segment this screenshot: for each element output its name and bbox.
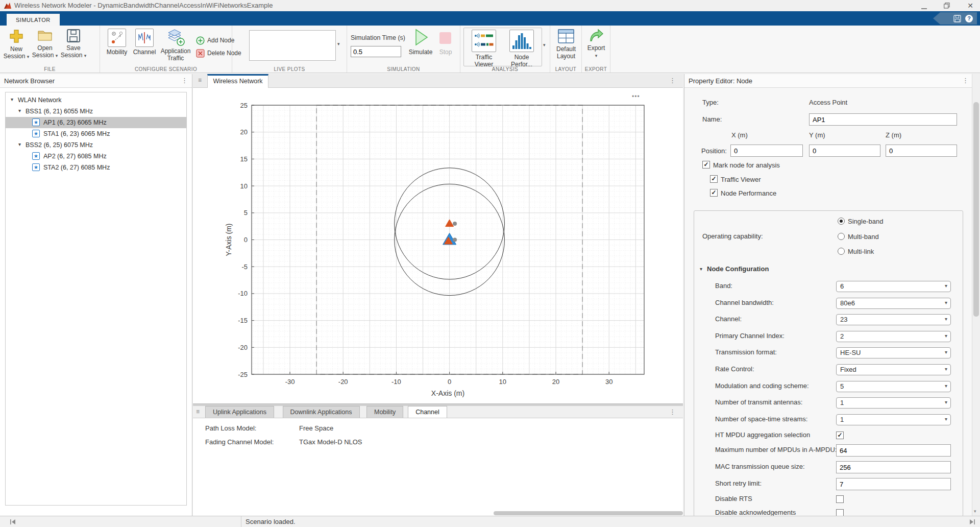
checkbox-traffic-viewer[interactable] [710, 175, 718, 183]
status-bar: Scenario loaded. [0, 516, 980, 527]
minimize-button[interactable] [915, 0, 933, 11]
checkbox-label: Node Performance [721, 189, 776, 197]
svg-text:-30: -30 [285, 378, 295, 386]
plot-options-icon[interactable] [632, 93, 640, 100]
mobility-button[interactable]: Mobility [103, 28, 131, 56]
tab-mobility[interactable]: Mobility [366, 406, 403, 418]
checkbox-ht-mpdu-aggregation-selection[interactable] [836, 432, 844, 439]
bottom-panel-menu-icon[interactable] [669, 408, 676, 416]
tab-channel[interactable]: Channel [408, 406, 447, 418]
dropdown-primary-channel-index[interactable]: 2 [836, 331, 951, 342]
section-collapse-icon[interactable] [700, 266, 702, 272]
group-label-configure: CONFIGURE SCENARIO [100, 66, 232, 72]
tree-item-label: AP2 (6, 27) 6085 MHz [43, 153, 107, 160]
checkbox-disable-rts[interactable] [836, 495, 844, 503]
wireless-network-modeler-window: Wireless Network Modeler - DynamicBandwi… [0, 0, 980, 527]
name-input[interactable] [809, 113, 957, 126]
group-label-file: FILE [0, 66, 100, 72]
group-simulation: Simulation Time (s) Simulate Stop SIMULA… [347, 26, 460, 73]
tree-node-6[interactable]: STA2 (6, 27) 6085 MHz [6, 162, 186, 173]
dropdown-transmission-format[interactable]: HE-SU [836, 347, 951, 358]
svg-text:20: 20 [240, 128, 248, 136]
tree-node-5[interactable]: AP2 (6, 27) 6085 MHz [6, 151, 186, 162]
application-traffic-icon [166, 29, 185, 46]
export-button[interactable]: Export [584, 28, 608, 59]
add-node-button[interactable]: Add Node [196, 35, 234, 45]
save-session-button[interactable]: SaveSession [60, 28, 87, 59]
sta2-marker[interactable] [453, 222, 457, 226]
new-session-button[interactable]: NewSession [3, 28, 30, 60]
checkbox-disable-acknowledgements[interactable] [836, 509, 844, 516]
scrollbar-down-arrow[interactable] [974, 509, 976, 514]
network-plot[interactable]: -30-20-100102030-25-20-15-10-50510152025… [193, 88, 683, 403]
application-traffic-button[interactable]: ApplicationTraffic [158, 28, 193, 62]
dropdown-channel[interactable]: 23 [836, 314, 951, 325]
horizontal-scrollbar[interactable] [494, 511, 683, 515]
checkbox-node-performance[interactable] [710, 189, 718, 197]
ribbon-toolbar: NewSession OpenSession SaveSession FILE [0, 26, 980, 73]
tree-node-3[interactable]: STA1 (6, 23) 6065 MHz [6, 128, 186, 139]
collapse-left-icon[interactable] [9, 519, 16, 525]
tree-expand-icon[interactable] [11, 97, 13, 102]
position-y-input[interactable] [809, 145, 880, 157]
quick-save-icon[interactable] [953, 15, 961, 22]
dropdown-channel-bandwidth[interactable]: 80e6 [836, 298, 951, 309]
default-layout-button[interactable]: DefaultLayout [552, 28, 580, 60]
radio-single-band[interactable] [838, 218, 845, 225]
collapse-right-icon[interactable] [969, 519, 976, 525]
tree-branch-1[interactable]: BSS1 (6, 21) 6055 MHz [6, 106, 186, 117]
tab-simulator[interactable]: SIMULATOR [6, 13, 60, 26]
live-plots-gallery[interactable] [249, 30, 336, 61]
traffic-viewer-button[interactable]: Traffic Viewer [465, 29, 502, 68]
channel-button[interactable]: Channel [132, 28, 157, 56]
input-maximum-number-of-mpdus-in-a-mpdu[interactable] [836, 444, 951, 457]
open-session-button[interactable]: OpenSession [32, 28, 58, 59]
dropdown-modulation-and-coding-scheme[interactable]: 5 [836, 381, 951, 392]
tree-expand-icon[interactable] [18, 141, 21, 147]
tree-expand-icon[interactable] [18, 108, 21, 113]
network-browser-menu-icon[interactable] [181, 77, 188, 84]
live-plots-dropdown-button[interactable] [337, 41, 340, 46]
node-performance-button[interactable]: Node Perfor... [503, 29, 540, 68]
radio-multi-band[interactable] [838, 233, 845, 240]
property-editor-menu-icon[interactable] [962, 77, 969, 84]
property-editor-header: Property Editor: Node [684, 74, 980, 88]
stop-button[interactable]: Stop [435, 27, 456, 56]
tree-branch-0[interactable]: WLAN Network [6, 94, 186, 106]
property-editor-scrollbar[interactable] [972, 74, 980, 516]
quick-access-toolbar: ? [933, 12, 977, 25]
position-x-input[interactable] [730, 145, 803, 157]
x-axis-label: X-Axis (m) [431, 389, 464, 397]
dropdown-rate-control[interactable]: Fixed [836, 364, 951, 375]
tab-uplink-applications[interactable]: Uplink Applications [205, 406, 274, 418]
dropdown-number-of-space-time-streams[interactable]: 1 [836, 414, 951, 425]
position-z-input[interactable] [886, 145, 957, 157]
scenario-menu-icon[interactable] [669, 77, 676, 84]
scrollbar-thumb[interactable] [973, 102, 979, 317]
analysis-dropdown-button[interactable] [543, 42, 546, 47]
help-icon[interactable]: ? [965, 15, 973, 22]
tab-list-icon[interactable] [198, 77, 202, 84]
input-short-retry-limit[interactable] [836, 478, 951, 490]
dropdown-band[interactable]: 6 [836, 281, 951, 292]
tab-wireless-network[interactable]: Wireless Network [207, 74, 268, 88]
radio-multi-link[interactable] [838, 248, 845, 255]
bottom-tab-list-icon[interactable] [196, 408, 200, 415]
checkbox-mark-node-for-analysis[interactable] [702, 161, 710, 169]
default-layout-icon [557, 29, 575, 44]
dropdown-number-of-transmit-antennas[interactable]: 1 [836, 397, 951, 409]
group-file: NewSession OpenSession SaveSession FILE [0, 26, 100, 73]
config-label: Rate Control: [715, 365, 754, 373]
tree-node-2[interactable]: AP1 (6, 23) 6065 MHz [6, 117, 186, 128]
sta1-marker[interactable] [453, 238, 457, 242]
input-mac-transmission-queue-size[interactable] [836, 461, 951, 473]
config-label: MAC transmission queue size: [715, 463, 805, 470]
simulate-button[interactable]: Simulate [406, 27, 435, 56]
tree-branch-4[interactable]: BSS2 (6, 25) 6075 MHz [6, 139, 186, 151]
simulation-time-input[interactable] [351, 46, 401, 57]
restore-button[interactable] [938, 0, 955, 11]
simulation-time-label: Simulation Time (s) [351, 34, 405, 41]
close-button[interactable]: ✕ [962, 0, 979, 11]
tab-downlink-applications[interactable]: Downlink Applications [283, 406, 360, 418]
ap2-marker[interactable] [446, 220, 454, 227]
